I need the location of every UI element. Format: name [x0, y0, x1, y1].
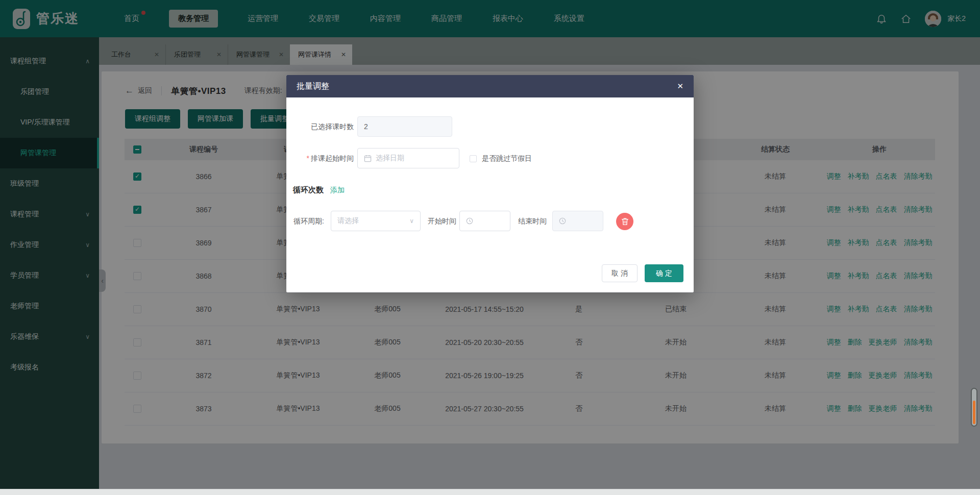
- vertical-scrollbar[interactable]: [971, 388, 977, 427]
- cycle-period-label: 循环周期:: [293, 217, 329, 226]
- modal-header: 批量调整 ✕: [286, 75, 694, 97]
- delete-cycle-button[interactable]: [616, 213, 633, 230]
- chevron-down-icon: ∨: [409, 217, 414, 225]
- selected-hours-input: 2: [357, 116, 452, 137]
- batch-adjust-modal: 批量调整 ✕ 已选择课时数 2 *排课起始时间 选择日期 是否跳过节假日 循环次…: [286, 75, 694, 292]
- confirm-button[interactable]: 确 定: [645, 264, 683, 282]
- select-placeholder: 请选择: [337, 216, 359, 226]
- modal-title: 批量调整: [297, 81, 329, 92]
- skip-holiday-label: 是否跳过节假日: [482, 154, 532, 163]
- start-time-label: 开始时间: [428, 217, 458, 226]
- start-time-input[interactable]: [459, 211, 510, 231]
- required-mark: *: [307, 154, 309, 162]
- date-placeholder: 选择日期: [376, 154, 404, 163]
- cycle-period-select[interactable]: 请选择 ∨: [331, 211, 421, 231]
- scrollbar-thumb[interactable]: [973, 401, 975, 424]
- close-icon[interactable]: ✕: [677, 82, 683, 91]
- selected-hours-label: 已选择课时数: [304, 122, 354, 132]
- end-time-input: [552, 211, 603, 231]
- end-time-label: 结束时间: [518, 217, 549, 226]
- add-cycle-link[interactable]: 添加: [330, 186, 345, 195]
- clock-icon: [466, 217, 473, 225]
- horizontal-scrollbar[interactable]: [0, 489, 980, 495]
- start-date-label: *排课起始时间: [293, 154, 354, 163]
- cycle-section-label: 循环次数: [293, 185, 324, 195]
- clock-icon: [559, 217, 566, 225]
- cancel-button[interactable]: 取 消: [602, 264, 638, 282]
- date-input[interactable]: 选择日期: [357, 148, 459, 168]
- skip-holiday-checkbox[interactable]: [470, 155, 477, 162]
- trash-icon: [621, 217, 629, 226]
- skip-holiday-option: 是否跳过节假日: [470, 154, 532, 163]
- calendar-icon: [364, 155, 372, 162]
